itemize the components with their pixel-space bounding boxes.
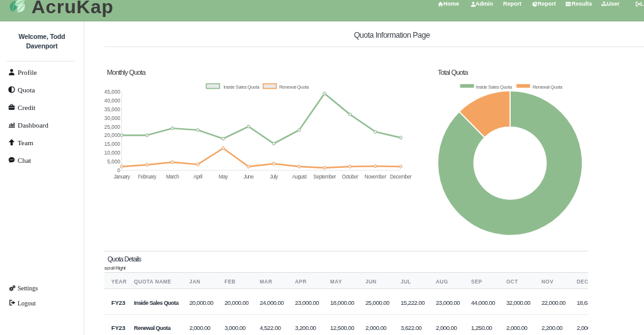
svg-text:November: November: [365, 173, 387, 180]
svg-text:5,000: 5,000: [107, 158, 120, 165]
svg-text:March: March: [166, 173, 179, 180]
svg-text:May: May: [219, 173, 228, 180]
svg-text:15,000: 15,000: [104, 141, 121, 147]
svg-text:20,000: 20,000: [104, 132, 121, 138]
svg-text:February: February: [138, 173, 157, 180]
svg-text:August: August: [292, 173, 307, 180]
svg-text:35,000: 35,000: [104, 106, 121, 113]
svg-text:30,000: 30,000: [104, 115, 121, 121]
svg-text:25,000: 25,000: [104, 124, 121, 130]
svg-text:0: 0: [118, 167, 121, 173]
svg-text:January: January: [114, 173, 131, 180]
svg-text:45,000: 45,000: [104, 89, 121, 95]
svg-text:40,000: 40,000: [104, 97, 121, 104]
svg-text:July: July: [270, 173, 279, 180]
svg-text:September: September: [313, 173, 336, 180]
svg-text:Inside Sales Quota: Inside Sales Quota: [476, 84, 513, 90]
svg-text:October: October: [342, 173, 358, 180]
svg-text:10,000: 10,000: [104, 150, 121, 156]
svg-text:Inside Sales Quota: Inside Sales Quota: [223, 84, 260, 90]
svg-text:June: June: [243, 173, 254, 180]
svg-text:Renewal Quota: Renewal Quota: [279, 84, 309, 90]
svg-text:April: April: [194, 173, 203, 180]
svg-text:Renewal Quota: Renewal Quota: [533, 84, 563, 90]
svg-text:December: December: [390, 173, 412, 180]
